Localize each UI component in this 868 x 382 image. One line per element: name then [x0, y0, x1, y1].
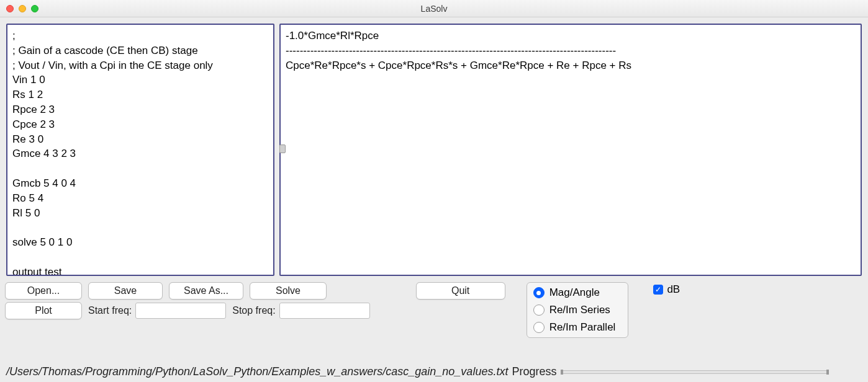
stop-freq-input[interactable]: [279, 303, 370, 319]
radio-reim-series[interactable]: Re/Im Series: [533, 304, 616, 316]
start-freq-input[interactable]: [135, 303, 226, 319]
plot-button[interactable]: Plot: [5, 302, 82, 319]
db-checkbox[interactable]: ✓ dB: [653, 283, 680, 296]
radio-label: Re/Im Series: [549, 304, 610, 316]
zoom-window-icon[interactable]: [31, 5, 38, 12]
radio-reim-parallel[interactable]: Re/Im Parallel: [533, 321, 616, 334]
window-controls: [6, 5, 38, 12]
main-area: ; ; Gain of a cascode (CE then CB) stage…: [0, 17, 868, 280]
radio-label: Re/Im Parallel: [549, 321, 616, 334]
open-button[interactable]: Open...: [5, 282, 82, 300]
save-as-button[interactable]: Save As...: [169, 282, 243, 300]
stop-freq-label: Stop freq:: [232, 305, 275, 316]
status-bar: /Users/Thomas/Programming/Python/LaSolv_…: [0, 363, 868, 382]
status-file-path: /Users/Thomas/Programming/Python/LaSolv_…: [6, 365, 508, 378]
close-window-icon[interactable]: [6, 5, 14, 12]
window-title: LaSolv: [421, 4, 448, 14]
save-button[interactable]: Save: [88, 282, 163, 300]
quit-button[interactable]: Quit: [416, 282, 505, 300]
minimize-window-icon[interactable]: [19, 5, 26, 12]
start-freq-label: Start freq:: [88, 305, 132, 316]
controls: Open... Plot Save Save As... Solve Start…: [0, 280, 868, 338]
solve-button[interactable]: Solve: [250, 282, 327, 300]
plot-mode-group: Mag/Angle Re/Im Series Re/Im Parallel: [527, 282, 629, 338]
output-view: -1.0*Gmce*Rl*Rpce ----------------------…: [279, 24, 862, 276]
input-editor[interactable]: ; ; Gain of a cascode (CE then CB) stage…: [6, 24, 274, 276]
progress-bar: [561, 370, 828, 374]
title-bar: LaSolv: [0, 0, 868, 17]
splitter-handle[interactable]: [279, 144, 286, 153]
radio-selected-icon: [533, 287, 545, 298]
progress-label: Progress: [512, 365, 556, 378]
radio-unselected-icon: [533, 322, 545, 333]
checkbox-checked-icon: ✓: [653, 285, 663, 295]
radio-mag-angle[interactable]: Mag/Angle: [533, 286, 616, 299]
checkbox-label: dB: [667, 283, 680, 296]
radio-label: Mag/Angle: [549, 286, 600, 299]
radio-unselected-icon: [533, 304, 545, 316]
